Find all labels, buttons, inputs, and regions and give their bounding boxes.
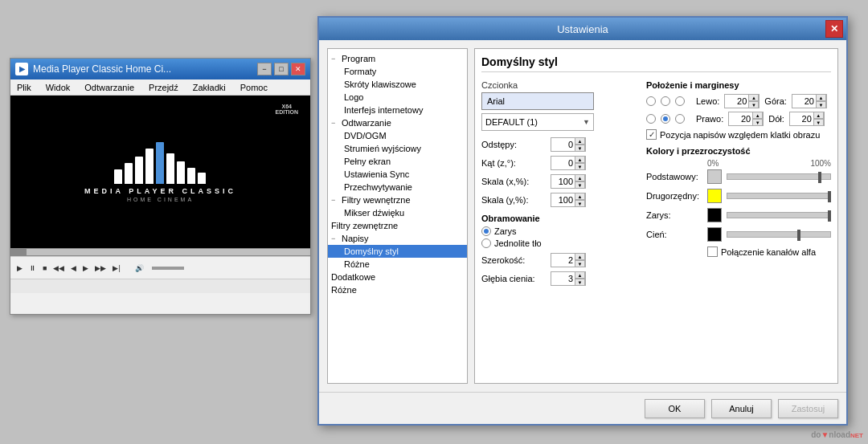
border-jednolite-radio[interactable] — [481, 238, 491, 248]
zarys-swatch[interactable] — [707, 208, 722, 222]
gora-up[interactable]: ▲ — [816, 94, 826, 101]
style-dropdown[interactable]: DEFAULT (1) ▼ — [481, 113, 594, 131]
menu-odtwarzanie[interactable]: Odtwarzanie — [81, 82, 137, 93]
tree-przechwyt[interactable]: Przechwytywanie — [328, 181, 467, 193]
width-down-btn[interactable]: ▼ — [575, 260, 585, 267]
tree-formaty[interactable]: Formaty — [328, 65, 467, 78]
position-row-2: Prawo: 20 ▲ ▼ Dół: 20 ▲ — [646, 112, 831, 126]
tree-strumien[interactable]: Strumień wyjściowy — [328, 142, 467, 155]
step-fwd-button[interactable]: ▶ — [81, 263, 90, 273]
mpc-close-button[interactable]: ✕ — [291, 63, 305, 75]
tree-domyslny-styl[interactable]: Domyślny styl — [328, 245, 467, 258]
tree-filtry-zewn[interactable]: Filtry zewnętrzne — [328, 219, 467, 232]
tree-rozne-napisy[interactable]: Różne — [328, 258, 467, 271]
dol-down[interactable]: ▼ — [813, 119, 824, 126]
tree-mikser[interactable]: Mikser dźwięku — [328, 206, 467, 219]
zarys-slider[interactable] — [727, 212, 831, 218]
stop-button[interactable]: ■ — [41, 263, 48, 273]
podstawowy-swatch[interactable] — [707, 169, 722, 184]
pos-radio-tc[interactable] — [661, 96, 670, 106]
cien-swatch[interactable] — [707, 227, 722, 242]
next-button[interactable]: ▶▶ — [93, 263, 108, 273]
prev-button[interactable]: ◀◀ — [51, 263, 66, 273]
depth-spin[interactable]: 3 ▲ ▼ — [551, 271, 586, 286]
angle-spin[interactable]: 0 ▲ ▼ — [551, 156, 586, 170]
tree-filtry-wewn[interactable]: − Filtry wewnętrzne — [328, 193, 467, 206]
spacing-up-btn[interactable]: ▲ — [575, 137, 585, 145]
gora-down[interactable]: ▼ — [816, 101, 826, 108]
scale-y-up-btn[interactable]: ▲ — [575, 193, 585, 200]
menu-widok[interactable]: Widok — [43, 82, 74, 93]
prawo-spin[interactable]: 20 ▲ ▼ — [728, 112, 764, 126]
scale-x-up-btn[interactable]: ▲ — [575, 174, 585, 181]
podstawowy-slider[interactable] — [727, 173, 831, 180]
tree-pelny[interactable]: Pełny ekran — [328, 155, 467, 168]
lewo-down[interactable]: ▼ — [748, 101, 759, 108]
angle-down-btn[interactable]: ▼ — [575, 163, 585, 170]
mpc-seekbar[interactable] — [10, 248, 310, 256]
alpha-row: Połączenie kanałów alfa — [707, 246, 831, 257]
cien-slider[interactable] — [727, 231, 831, 238]
dol-up[interactable]: ▲ — [813, 112, 824, 119]
drugorzedny-swatch[interactable] — [707, 189, 722, 203]
menu-przejdz[interactable]: Przejdź — [145, 82, 182, 93]
pause-button[interactable]: ⏸ — [27, 263, 38, 273]
width-spin[interactable]: 2 ▲ ▼ — [551, 253, 586, 267]
pos-radio-mc[interactable] — [661, 114, 670, 124]
lewo-spin[interactable]: 20 ▲ ▼ — [724, 94, 760, 108]
spacing-down-btn[interactable]: ▼ — [575, 145, 585, 152]
depth-down-btn[interactable]: ▼ — [575, 279, 585, 286]
menu-zakladki[interactable]: Zakładki — [190, 82, 229, 93]
mpc-logo: MEDIA PLAYER CLASSIC HOME CINEMA — [84, 142, 236, 202]
drugorzedny-slider[interactable] — [727, 193, 831, 199]
position-checkbox[interactable] — [646, 129, 657, 140]
scale-x-down-btn[interactable]: ▼ — [575, 181, 585, 189]
scale-y-spin[interactable]: 100 ▲ ▼ — [551, 193, 586, 207]
tree-sync[interactable]: Ustawienia Sync — [328, 168, 467, 181]
pos-radio-mr[interactable] — [675, 114, 685, 124]
font-dropdown[interactable]: Arial — [481, 92, 594, 110]
scale-x-spin[interactable]: 100 ▲ ▼ — [551, 174, 586, 189]
mpc-minimize-button[interactable]: − — [257, 63, 272, 75]
settings-close-button[interactable]: ✕ — [825, 20, 843, 38]
frame-step-button[interactable]: ▶| — [111, 263, 121, 273]
apply-button[interactable]: Zastosuj — [778, 399, 838, 418]
tree-logo[interactable]: Logo — [328, 91, 467, 104]
mpc-status-bar — [10, 279, 310, 293]
tree-skroty[interactable]: Skróty klawiszowe — [328, 78, 467, 91]
pos-radio-tr[interactable] — [675, 96, 685, 106]
width-up-btn[interactable]: ▲ — [575, 253, 585, 260]
menu-pomoc[interactable]: Pomoc — [237, 82, 271, 93]
prawo-down[interactable]: ▼ — [752, 119, 763, 126]
mpc-restore-button[interactable]: □ — [274, 63, 289, 75]
tree-odtwarzanie-label: Odtwarzanie — [342, 118, 391, 128]
drugorzedny-row: Drugorzędny: — [646, 189, 831, 203]
dropdown-arrow-icon: ▼ — [583, 118, 590, 126]
scale-y-down-btn[interactable]: ▼ — [575, 200, 585, 207]
ok-button[interactable]: OK — [645, 399, 705, 418]
alpha-checkbox[interactable] — [707, 246, 718, 257]
dol-spin[interactable]: 20 ▲ ▼ — [789, 112, 825, 126]
cancel-button[interactable]: Anuluj — [711, 399, 772, 418]
lewo-up[interactable]: ▲ — [748, 94, 759, 101]
tree-dvd[interactable]: DVD/OGM — [328, 129, 467, 142]
menu-plik[interactable]: Plik — [14, 82, 35, 93]
tree-odtwarzanie[interactable]: − Odtwarzanie — [328, 116, 467, 129]
tree-program[interactable]: − Program — [328, 52, 467, 65]
depth-up-btn[interactable]: ▲ — [575, 271, 585, 279]
border-zarys-radio[interactable] — [481, 226, 491, 236]
pos-radio-ml[interactable] — [646, 114, 656, 124]
volume-slider[interactable] — [152, 267, 184, 270]
tree-interfejs[interactable]: Interfejs internetowy — [328, 104, 467, 116]
gora-spin[interactable]: 20 ▲ ▼ — [792, 94, 827, 108]
volume-icon[interactable]: 🔊 — [133, 263, 145, 273]
tree-napisy[interactable]: − Napisy — [328, 232, 467, 245]
step-back-button[interactable]: ◀ — [69, 263, 78, 273]
spacing-spin[interactable]: 0 ▲ ▼ — [551, 137, 586, 152]
angle-up-btn[interactable]: ▲ — [575, 156, 585, 163]
pos-radio-tl[interactable] — [646, 96, 656, 106]
prawo-up[interactable]: ▲ — [752, 112, 763, 119]
tree-dodatkowe[interactable]: Dodatkowe — [328, 271, 467, 283]
play-button[interactable]: ▶ — [15, 263, 24, 273]
tree-rozne[interactable]: Różne — [328, 283, 467, 296]
